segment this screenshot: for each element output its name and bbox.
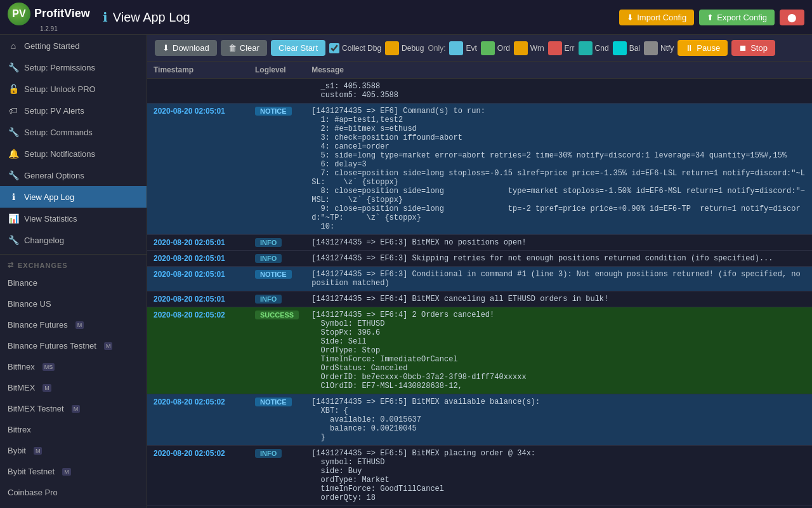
page-title: View App Log xyxy=(113,10,190,25)
download-arrow-icon: ⬇ xyxy=(162,43,169,53)
log-level-badge: NOTICE xyxy=(255,398,292,406)
sidebar: ⌂Getting Started🔧Setup: Permissions🔓Setu… xyxy=(0,35,147,508)
log-timestamp: 2020-08-20 02:05:01 xyxy=(147,291,249,307)
pause-button[interactable]: ⏸ Pause xyxy=(678,40,728,56)
exchange-badge-bitmex: M xyxy=(43,384,51,392)
log-timestamp: 2020-08-20 02:05:02 xyxy=(147,394,249,446)
nav-icon-changelog: 🔧 xyxy=(8,235,19,245)
sidebar-item-setup-notifications[interactable]: 🔔Setup: Notifications xyxy=(0,143,147,164)
main-layout: ⌂Getting Started🔧Setup: Permissions🔓Setu… xyxy=(0,35,812,508)
logo-icon: PV xyxy=(8,3,30,25)
sidebar-item-bitfinex[interactable]: BitfinexMS xyxy=(0,356,147,377)
sidebar-item-coinbase-pro-sandbox[interactable]: Coinbase Pro Sandbox xyxy=(0,503,147,508)
log-message: [1431274435 => EF6:5] BitMEX available b… xyxy=(305,394,812,446)
sidebar-item-binance-futures[interactable]: Binance FuturesM xyxy=(0,314,147,335)
sidebar-item-setup-permissions[interactable]: 🔧Setup: Permissions xyxy=(0,57,147,78)
nav-icon-setup-unlock-pro: 🔓 xyxy=(8,84,19,94)
log-level: NOTICE xyxy=(249,394,305,446)
export-config-button[interactable]: ⬆ Export Config xyxy=(699,10,775,25)
nav-icon-getting-started: ⌂ xyxy=(8,41,19,51)
import-config-button[interactable]: ⬇ Import Config xyxy=(619,10,694,25)
nav-icon-setup-commands: 🔧 xyxy=(8,127,19,137)
nav-label-setup-notifications: Setup: Notifications xyxy=(24,149,95,159)
exchange-label-bitmex: BitMEX xyxy=(8,383,35,392)
toolbar: ⬇ Download 🗑 Clear Clear Start Collect D… xyxy=(147,35,812,62)
log-row: 2020-08-20 02:05:01 INFO [1431274435 => … xyxy=(147,251,812,267)
collect-dbg-checkbox[interactable] xyxy=(329,43,339,53)
sidebar-item-bitmex-testnet[interactable]: BitMEX TestnetM xyxy=(0,398,147,419)
sidebar-item-setup-pv-alerts[interactable]: 🏷Setup: PV Alerts xyxy=(0,100,147,121)
col-message: Message xyxy=(305,62,812,79)
sidebar-item-setup-commands[interactable]: 🔧Setup: Commands xyxy=(0,121,147,143)
sidebar-item-changelog[interactable]: 🔧Changelog xyxy=(0,229,147,251)
nav-label-view-app-log: View App Log xyxy=(24,192,74,202)
sidebar-item-bybit[interactable]: BybitM xyxy=(0,440,147,461)
exchange-badge-binance-futures: M xyxy=(75,321,84,329)
log-level: INFO xyxy=(249,291,305,307)
sidebar-item-setup-unlock-pro[interactable]: 🔓Setup: Unlock PRO xyxy=(0,78,147,100)
log-timestamp: 2020-08-20 02:05:02 xyxy=(147,307,249,394)
sidebar-item-binance-us[interactable]: Binance US xyxy=(0,293,147,314)
trash-icon: 🗑 xyxy=(228,43,237,53)
log-level-badge: INFO xyxy=(255,254,282,263)
exchange-label-binance-futures-testnet: Binance Futures Testnet xyxy=(8,341,96,351)
log-level: INFO xyxy=(249,251,305,267)
sidebar-item-bitmex[interactable]: BitMEXM xyxy=(0,377,147,398)
sidebar-item-bittrex[interactable]: Bittrex xyxy=(0,419,147,440)
logo-text: ProfitView xyxy=(34,7,90,20)
topbar-actions: ⬇ Import Config ⬆ Export Config ⬤ xyxy=(619,10,804,25)
exchange-label-bybit: Bybit xyxy=(8,446,26,455)
err-color-sq xyxy=(548,41,562,55)
log-row: 2020-08-20 02:05:01 INFO [1431274435 => … xyxy=(147,291,812,307)
cnd-color-sq xyxy=(579,41,593,55)
log-level-badge: INFO xyxy=(255,295,282,304)
log-level: INFO xyxy=(249,446,305,506)
exchange-badge-binance-futures-testnet: M xyxy=(104,342,113,350)
sidebar-item-general-options[interactable]: 🔧General Options xyxy=(0,164,147,186)
sidebar-item-coinbase-pro[interactable]: Coinbase Pro xyxy=(0,482,147,503)
bal-color-sq xyxy=(613,41,627,55)
sidebar-item-getting-started[interactable]: ⌂Getting Started xyxy=(0,35,147,57)
download-button[interactable]: ⬇ Download xyxy=(155,40,217,56)
exchange-badge-bybit-testnet: M xyxy=(62,468,71,476)
exchange-label-binance: Binance xyxy=(8,278,37,288)
sidebar-item-view-app-log[interactable]: ℹView App Log xyxy=(0,186,147,208)
log-level-badge: INFO xyxy=(255,449,282,458)
ord-toggle: Ord xyxy=(481,41,510,55)
stop-button[interactable]: ⏹ Stop xyxy=(731,40,775,56)
content-area: ⬇ Download 🗑 Clear Clear Start Collect D… xyxy=(147,35,812,508)
clear-start-button[interactable]: Clear Start xyxy=(271,40,325,56)
nav-label-changelog: Changelog xyxy=(24,236,64,245)
log-level: NOTICE xyxy=(249,104,305,235)
exchange-label-binance-us: Binance US xyxy=(8,299,51,309)
log-row: 2020-08-20 02:05:02 INFO [1431274435 => … xyxy=(147,446,812,506)
log-message: [1431274435 => EF6:3] Skipping retries f… xyxy=(305,251,812,267)
exchange-badge-bitmex-testnet: M xyxy=(72,405,81,413)
err-toggle: Err xyxy=(548,41,575,55)
log-area: Timestamp Loglevel Message _s1: 405.3588… xyxy=(147,62,812,508)
sidebar-item-bybit-testnet[interactable]: Bybit TestnetM xyxy=(0,461,147,482)
log-message: _s1: 405.3588 custom5: 405.3588 xyxy=(305,79,812,104)
cnd-toggle: Cnd xyxy=(579,41,609,55)
exchange-label-binance-futures: Binance Futures xyxy=(8,320,68,330)
sidebar-item-binance[interactable]: Binance xyxy=(0,272,147,293)
clear-button[interactable]: 🗑 Clear xyxy=(221,40,267,56)
col-loglevel: Loglevel xyxy=(249,62,305,79)
exchange-badge-bitfinex: MS xyxy=(43,363,55,371)
bal-toggle: Bal xyxy=(613,41,640,55)
debug-color-sq xyxy=(385,41,399,55)
log-timestamp xyxy=(147,79,249,104)
log-level-badge: INFO xyxy=(255,238,282,247)
wrn-toggle: Wrn xyxy=(514,41,544,55)
sidebar-item-binance-futures-testnet[interactable]: Binance Futures TestnetM xyxy=(0,335,147,356)
nav-icon-view-statistics: 📊 xyxy=(8,213,19,224)
nav-label-setup-unlock-pro: Setup: Unlock PRO xyxy=(24,84,96,94)
log-table: Timestamp Loglevel Message _s1: 405.3588… xyxy=(147,62,812,506)
topbar-extra-button[interactable]: ⬤ xyxy=(780,10,804,25)
nav-label-view-statistics: View Statistics xyxy=(24,214,77,224)
exchange-badge-bybit: M xyxy=(34,447,43,455)
log-tbody: _s1: 405.3588 custom5: 405.3588 2020-08-… xyxy=(147,79,812,506)
sidebar-item-view-statistics[interactable]: 📊View Statistics xyxy=(0,208,147,229)
log-message: [1431274435 => EF6:3] Conditional in com… xyxy=(305,267,812,291)
log-row: 2020-08-20 02:05:01 NOTICE [1431274435 =… xyxy=(147,104,812,235)
